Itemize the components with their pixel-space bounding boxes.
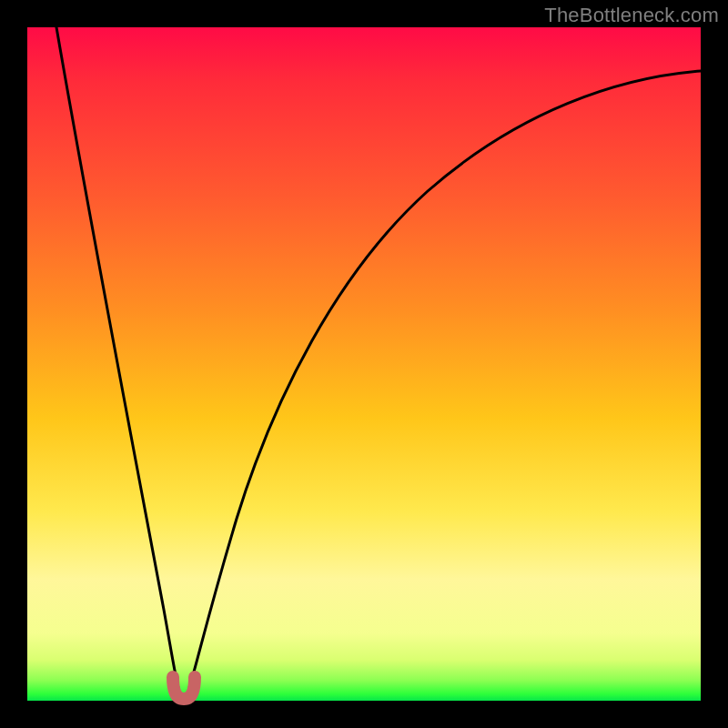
watermark-text: TheBottleneck.com (544, 4, 719, 27)
curve-layer (27, 27, 701, 701)
bottleneck-curve-right (189, 71, 701, 688)
optimal-marker (173, 677, 195, 699)
bottleneck-curve-left (56, 27, 178, 688)
chart-frame: TheBottleneck.com (0, 0, 728, 728)
